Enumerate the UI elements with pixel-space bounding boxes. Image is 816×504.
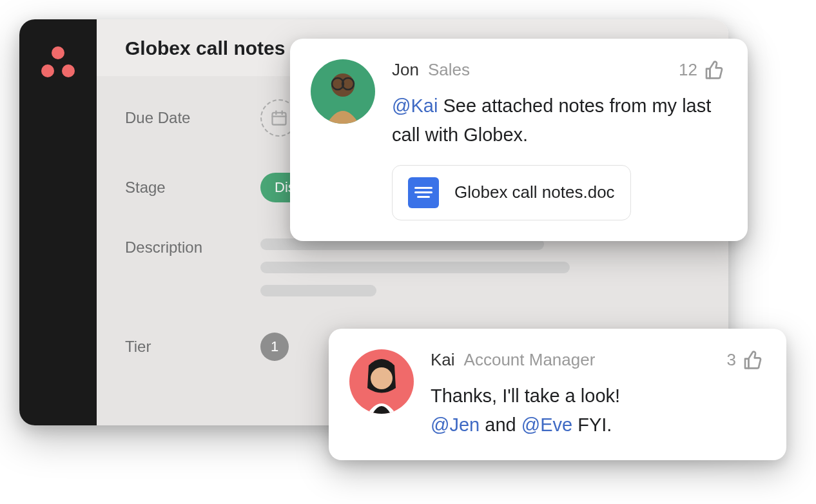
comment-text: @Kai See attached notes from my last cal… [392,92,724,150]
stage-label: Stage [125,179,260,197]
mention[interactable]: @Eve [521,414,572,435]
like-button[interactable]: 12 [679,59,724,80]
field-description: Description [125,238,700,296]
svg-rect-0 [273,113,286,125]
mention[interactable]: @Jen [431,414,480,435]
attachment-name: Globex call notes.doc [454,182,615,202]
svg-point-8 [371,367,393,389]
thumbs-up-icon [743,349,763,370]
document-icon [408,177,439,208]
app-sidebar [19,19,97,425]
comment-card: Kai Account Manager 3 Thanks, I'll take … [329,329,786,460]
like-count: 12 [679,60,697,80]
attachment[interactable]: Globex call notes.doc [392,165,631,220]
avatar[interactable] [349,349,414,414]
calendar-icon [270,109,288,127]
author-role: Sales [428,60,470,80]
author-role: Account Manager [464,350,596,370]
like-button[interactable]: 3 [727,349,763,370]
thumbs-up-icon [704,59,724,80]
tier-label: Tier [125,338,260,356]
app-logo-icon [41,46,75,77]
author-name: Kai [431,350,455,370]
comment-header: Jon Sales 12 [392,59,724,80]
like-count: 3 [727,350,736,370]
tier-badge[interactable]: 1 [260,333,289,361]
author-name: Jon [392,60,419,80]
comment-header: Kai Account Manager 3 [431,349,763,370]
comment-card: Jon Sales 12 @Kai See attached notes fro… [290,39,748,241]
description-placeholder[interactable] [260,238,700,296]
due-date-label: Due Date [125,109,260,127]
comment-text: Thanks, I'll take a look! @Jen and @Eve … [431,382,763,440]
description-label: Description [125,238,260,257]
mention[interactable]: @Kai [392,95,438,116]
avatar[interactable] [311,59,375,124]
